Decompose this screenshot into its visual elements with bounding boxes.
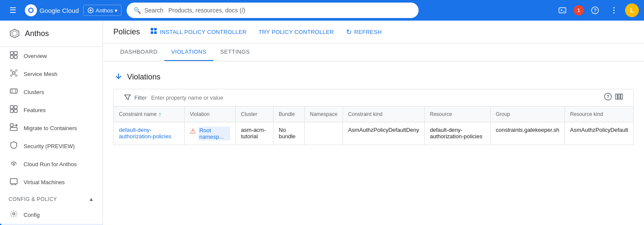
header-left: ☰ Google Cloud Anthos ▾ <box>5 3 122 18</box>
install-policy-controller-button[interactable]: INSTALL POLICY CONTROLLER <box>147 25 250 39</box>
sidebar-item-overview[interactable]: Overview <box>0 47 103 65</box>
svg-rect-49 <box>618 94 620 99</box>
anthos-icon <box>9 27 21 40</box>
try-policy-controller-button[interactable]: TRY POLICY CONTROLLER <box>255 26 337 38</box>
svg-rect-29 <box>10 124 13 127</box>
constraint-name-link[interactable]: default-deny-authorization-policies <box>119 127 171 140</box>
tab-violations[interactable]: VIOLATIONS <box>164 43 213 61</box>
filter-input[interactable] <box>151 94 604 101</box>
avatar[interactable]: L <box>625 3 639 17</box>
svg-rect-41 <box>151 28 153 30</box>
tab-settings-label: SETTINGS <box>220 49 250 55</box>
svg-text:?: ? <box>607 94 609 99</box>
sort-asc-icon[interactable]: ↑ <box>158 111 161 118</box>
svg-point-6 <box>614 12 615 14</box>
sidebar-item-config[interactable]: Config <box>0 206 103 224</box>
sidebar: Anthos Overview Service Mesh Clusters Fe <box>0 21 103 225</box>
terminal-button[interactable] <box>555 3 570 18</box>
logo-badge <box>25 4 37 16</box>
violation-link[interactable]: Root namesp... <box>198 127 230 140</box>
svg-point-17 <box>15 75 17 76</box>
collapse-button[interactable] <box>113 72 124 82</box>
svg-marker-8 <box>12 31 17 36</box>
cluster-value: asm-acm-tutorial <box>241 127 266 140</box>
project-icon <box>87 7 94 14</box>
search-icon: 🔍 <box>134 7 141 14</box>
google-cloud-icon <box>27 6 35 15</box>
more-icon <box>610 6 618 15</box>
search-text: Search Products, resources, docs (/) <box>144 7 412 14</box>
tab-settings[interactable]: SETTINGS <box>213 43 257 61</box>
sidebar-item-label: Clusters <box>24 89 44 95</box>
td-constraint-name: default-deny-authorization-policies <box>114 122 185 145</box>
header-actions: 1 ? L <box>555 3 639 18</box>
th-resource-label: Resource <box>430 111 452 117</box>
security-icon <box>10 141 18 151</box>
project-chevron: ▾ <box>115 7 118 14</box>
columns-icon[interactable] <box>615 93 623 103</box>
tab-dashboard-label: DASHBOARD <box>120 49 158 55</box>
th-bundle: Bundle <box>273 106 304 122</box>
tab-dashboard[interactable]: DASHBOARD <box>113 43 164 61</box>
th-group-label: Group <box>496 111 510 117</box>
sidebar-item-service-mesh[interactable]: Service Mesh <box>0 65 103 83</box>
th-constraint-name: Constraint name ↑ <box>114 106 185 122</box>
google-cloud-logo: Google Cloud <box>25 4 79 16</box>
td-resource: default-deny-authorization-policies <box>425 122 490 145</box>
svg-point-5 <box>614 10 615 11</box>
page-actions: INSTALL POLICY CONTROLLER TRY POLICY CON… <box>147 25 385 39</box>
tab-violations-label: VIOLATIONS <box>171 49 207 55</box>
config-icon <box>10 210 18 219</box>
section-label: Config & Policy <box>9 196 57 202</box>
search-bar[interactable]: 🔍 Search Products, resources, docs (/) <box>127 3 419 18</box>
th-resource-kind: Resource kind <box>565 106 633 122</box>
resource-kind-value: AsmAuthzPolicyDefault <box>570 127 628 133</box>
svg-rect-11 <box>10 55 13 58</box>
sidebar-item-label: Cloud Run for Anthos <box>24 161 77 167</box>
sidebar-item-features[interactable]: Features <box>0 101 103 119</box>
filter-help-icon[interactable]: ? <box>604 93 612 103</box>
config-policy-section: Config & Policy ▲ <box>0 191 103 206</box>
project-selector[interactable]: Anthos ▾ <box>83 5 122 16</box>
sidebar-item-clusters[interactable]: Clusters <box>0 83 103 101</box>
sidebar-item-label: Service Mesh <box>24 71 58 77</box>
sidebar-item-label: Overview <box>24 53 47 59</box>
th-cluster: Cluster <box>236 106 273 122</box>
svg-marker-7 <box>10 29 19 38</box>
sidebar-item-label: Security (PREVIEW) <box>24 143 75 149</box>
install-icon <box>150 27 157 36</box>
sidebar-item-label: Config <box>24 212 40 218</box>
svg-rect-26 <box>14 106 17 109</box>
sidebar-item-security[interactable]: Security (PREVIEW) <box>0 137 103 155</box>
sidebar-item-vms[interactable]: Virtual Machines <box>0 173 103 191</box>
overview-icon <box>10 51 18 61</box>
svg-rect-30 <box>10 128 17 131</box>
svg-text:?: ? <box>594 8 597 13</box>
table-row: default-deny-authorization-policies ⚠ Ro… <box>114 122 634 145</box>
svg-point-4 <box>614 7 615 9</box>
svg-line-20 <box>12 74 13 75</box>
features-icon <box>10 105 18 115</box>
td-resource-kind: AsmAuthzPolicyDefault <box>565 122 633 145</box>
sidebar-item-migrate[interactable]: Migrate to Containers <box>0 119 103 137</box>
help-button[interactable]: ? <box>587 3 603 18</box>
more-button[interactable] <box>606 3 622 18</box>
table-head: Constraint name ↑ Violation Cluster Bund… <box>114 106 634 122</box>
content-area: Violations Filter ? <box>103 61 644 152</box>
th-constraint-kind: Constraint kind <box>343 106 424 122</box>
section-collapse-icon[interactable]: ▲ <box>89 196 94 202</box>
sidebar-item-label: Migrate to Containers <box>24 125 77 131</box>
table-body: default-deny-authorization-policies ⚠ Ro… <box>114 122 634 145</box>
sidebar-item-label: Virtual Machines <box>24 179 65 185</box>
notification-badge[interactable]: 1 <box>574 5 584 15</box>
tabs-bar: DASHBOARD VIOLATIONS SETTINGS <box>103 43 644 61</box>
hamburger-button[interactable]: ☰ <box>5 3 21 18</box>
refresh-button[interactable]: ↻ REFRESH <box>343 25 386 39</box>
th-namespace-label: Namespace <box>310 111 337 117</box>
sidebar-item-label: Features <box>24 107 46 113</box>
try-label: TRY POLICY CONTROLLER <box>258 29 334 35</box>
clusters-icon <box>10 87 18 97</box>
th-cluster-label: Cluster <box>241 111 257 117</box>
sidebar-item-cloudrun[interactable]: Cloud Run for Anthos <box>0 155 103 173</box>
svg-rect-12 <box>14 55 17 58</box>
